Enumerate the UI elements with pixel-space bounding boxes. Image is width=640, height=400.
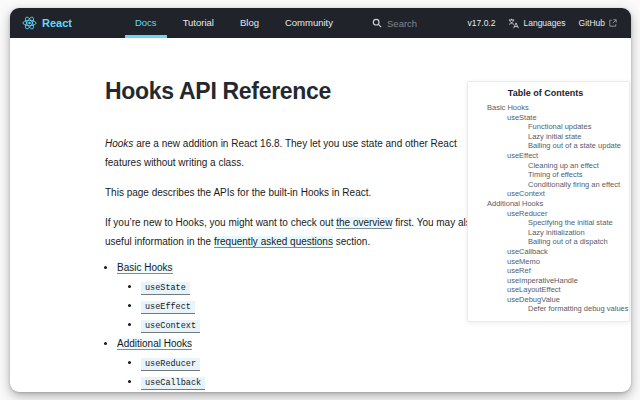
toc-item[interactable]: useLayoutEffect (468, 285, 623, 295)
toc-item[interactable]: Lazy initial state (468, 132, 623, 142)
github-link[interactable]: GitHub (579, 18, 617, 28)
browser-window: React Docs Tutorial Blog Community v17.0 (10, 8, 631, 392)
toc-item[interactable]: Basic Hooks (468, 103, 623, 113)
toc-item[interactable]: Specifying the initial state (468, 218, 623, 228)
navbar-right-group: v17.0.2 (468, 18, 617, 29)
toc-item[interactable]: useCallback (468, 247, 623, 257)
react-home-link[interactable]: React (22, 16, 72, 30)
table-of-contents-panel: Table of Contents Basic Hooks useState F… (467, 81, 630, 322)
useeffect-link[interactable]: useEffect (141, 301, 195, 314)
translate-icon (508, 18, 519, 29)
overview-link[interactable]: the overview (336, 217, 392, 229)
nav-tab-blog[interactable]: Blog (227, 8, 272, 38)
toc-item[interactable]: Lazy initialization (468, 228, 623, 238)
react-logo-icon (22, 16, 37, 30)
search-box[interactable] (372, 18, 465, 29)
toc-item[interactable]: useDebugValue (468, 295, 623, 305)
toc-item[interactable]: useReducer (468, 209, 623, 219)
version-link[interactable]: v17.0.2 (468, 18, 496, 28)
toc-item[interactable]: useState (468, 113, 623, 123)
usestate-link[interactable]: useState (141, 282, 190, 295)
top-navbar: React Docs Tutorial Blog Community v17.0 (10, 8, 631, 38)
search-icon (372, 18, 382, 28)
primary-nav: Docs Tutorial Blog Community (122, 8, 346, 38)
list-item: Additional Hooks useReducer useCallback … (117, 338, 631, 392)
nav-tab-tutorial[interactable]: Tutorial (170, 8, 227, 38)
list-item: useCallback (141, 376, 631, 389)
toc-item[interactable]: Timing of effects (468, 170, 623, 180)
desktop-background: React Docs Tutorial Blog Community v17.0 (0, 0, 640, 400)
toc-item[interactable]: useImperativeHandle (468, 276, 623, 286)
usecallback-link[interactable]: useCallback (141, 377, 205, 390)
toc-item[interactable]: useEffect (468, 151, 623, 161)
toc-item[interactable]: Additional Hooks (468, 199, 623, 209)
toc-item[interactable]: Functional updates (468, 122, 623, 132)
additional-hooks-sublist: useReducer useCallback useMemo useRef (117, 357, 631, 392)
toc-item[interactable]: useRef (468, 266, 623, 276)
basic-hooks-link[interactable]: Basic Hooks (117, 262, 173, 274)
toc-item[interactable]: Cleaning up an effect (468, 161, 623, 171)
toc-item[interactable]: Conditionally firing an effect (468, 180, 623, 190)
github-label: GitHub (579, 18, 605, 28)
languages-label: Languages (523, 18, 565, 28)
languages-link[interactable]: Languages (508, 18, 565, 29)
toc-item[interactable]: useContext (468, 189, 623, 199)
brand-title: React (42, 17, 72, 29)
toc-item[interactable]: Bailing out of a state update (468, 141, 623, 151)
usecontext-link[interactable]: useContext (141, 320, 200, 333)
list-item: useReducer (141, 357, 631, 370)
toc-title: Table of Contents (468, 88, 623, 98)
usereducer-link[interactable]: useReducer (141, 358, 200, 371)
nav-tab-community[interactable]: Community (272, 8, 346, 38)
toc-item[interactable]: Defer formatting debug values (468, 304, 623, 314)
toc-item[interactable]: useMemo (468, 257, 623, 267)
faq-link[interactable]: frequently asked questions (214, 236, 333, 248)
toc-item[interactable]: Bailing out of a dispatch (468, 237, 623, 247)
additional-hooks-link[interactable]: Additional Hooks (117, 338, 192, 350)
external-link-icon (609, 19, 617, 27)
search-input[interactable] (387, 18, 465, 29)
hooks-emphasis: Hooks (105, 138, 133, 149)
nav-tab-docs[interactable]: Docs (122, 8, 170, 38)
